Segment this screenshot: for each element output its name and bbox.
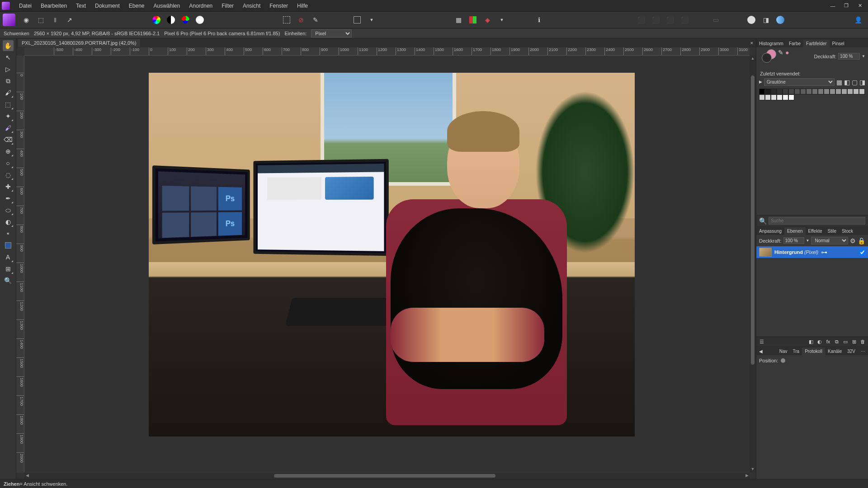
scrollbar-horizontal[interactable]: ◀ ▶ [24,473,750,479]
scroll-right-icon[interactable]: ▶ [744,473,750,479]
layer-row-background[interactable]: Hintergrund (Pixel) ⊶ [756,246,868,258]
menu-anordnen[interactable]: Anordnen [184,1,217,11]
ruler-vertical[interactable]: 0100200300400500600700800900100011001200… [16,56,24,473]
menu-bearbeiten[interactable]: Bearbeiten [36,1,71,11]
toolbar-selection-icon[interactable] [281,14,292,26]
tool-blur[interactable]: ◌ [3,169,14,180]
close-button[interactable]: ✕ [854,1,866,10]
persona-develop-icon[interactable]: ⬚ [35,14,47,26]
swatch[interactable] [853,89,859,94]
toolbar-cloud1-icon[interactable] [745,14,757,26]
scrollbar-vertical[interactable]: ▲ ▼ [750,56,756,473]
tab-farbfelder[interactable]: Farbfelder [803,40,830,47]
swatch-view-grid-icon[interactable]: ▦ [836,79,842,85]
ruler-horizontal[interactable]: ✋ -500-400-300-200-100010020030040050060… [24,47,750,56]
persona-photo-icon[interactable] [3,14,15,26]
opacity-dropdown-icon[interactable]: ▼ [862,55,865,58]
toolbar-quickmask-icon[interactable] [351,14,363,26]
persona-export-icon[interactable]: ↗ [64,14,75,26]
tool-marquee[interactable]: ⬚ [3,99,14,110]
layer-visibility-checkbox[interactable] [859,249,865,255]
delete-layer-icon[interactable]: 🗑 [859,338,866,345]
toolbar-assets-dropdown-icon[interactable]: ▼ [496,14,508,26]
swatch[interactable] [788,89,794,94]
swatch[interactable] [765,94,771,100]
tab-stock[interactable]: Stock [839,227,856,235]
minimize-button[interactable]: — [826,1,839,10]
tool-move[interactable]: ↖ [3,52,14,63]
toolbar-bw-icon[interactable] [165,14,177,26]
layer-lock-icon[interactable]: 🔒 [858,238,865,244]
swatch[interactable] [777,89,783,94]
scroll-down-icon[interactable]: ▼ [750,467,755,472]
layer-opacity-input[interactable] [783,237,804,244]
swatch[interactable] [777,94,783,100]
fx-layer-icon[interactable]: fx [825,338,832,345]
toolbar-quickmask-dropdown-icon[interactable]: ▼ [366,14,377,26]
tab-protokoll[interactable]: Protokoll [802,347,825,355]
document-tab[interactable]: PXL_20230105_140800269.PORTRAIT.jpg (42,… [18,39,140,47]
blend-mode-select[interactable]: Normal [811,237,848,244]
layers-collapse-icon[interactable]: ☰ [758,338,765,345]
tab-nav[interactable]: Nav [777,347,790,355]
layer-opacity-dropdown-icon[interactable]: ▼ [806,239,810,243]
menu-fenster[interactable]: Fenster [265,1,292,11]
tab-32v[interactable]: 32V [844,347,858,355]
toolbar-info-icon[interactable]: ℹ [533,14,545,26]
toolbar-assets-icon[interactable]: ◆ [481,14,493,26]
tool-color-picker[interactable]: ⁌ [3,228,14,239]
layer-link-icon[interactable]: ⊶ [821,249,827,255]
scroll-left-icon[interactable]: ◀ [24,473,30,479]
add-layer-icon[interactable]: ⊞ [850,338,858,345]
menu-dokument[interactable]: Dokument [90,1,124,11]
toolbar-refine-icon[interactable]: ✎ [310,14,321,26]
tool-paint[interactable]: 🖌 [3,122,14,133]
tab-stile[interactable]: Stile [825,227,839,235]
scroll-up-icon[interactable]: ▲ [750,56,755,61]
swatch[interactable] [830,89,835,94]
swatch-add2-icon[interactable]: ▢ [852,79,858,85]
tool-mesh[interactable]: ⊞ [3,263,14,274]
layer-settings-icon[interactable]: ⚙ [850,238,856,244]
tool-dodge[interactable]: ○ [3,158,14,169]
swatch[interactable] [824,89,830,94]
toolbar-cloud3-icon[interactable] [774,14,786,26]
menu-text[interactable]: Text [71,1,90,11]
toolbar-grid-icon[interactable]: ▦ [453,14,464,26]
swatch[interactable] [788,94,794,100]
menu-hilfe[interactable]: Hilfe [292,1,312,11]
tool-zoom[interactable]: 🔍 [3,275,14,286]
opacity-input[interactable] [838,53,860,60]
maximize-button[interactable]: ❐ [840,1,853,10]
tab-pinsel[interactable]: Pinsel [830,40,847,47]
tool-inpaint[interactable]: ✚ [3,181,14,192]
toolbar-swatches-icon[interactable] [467,14,479,26]
scrollbar-v-thumb[interactable] [751,75,755,365]
tab-kanaele[interactable]: Kanäle [825,347,844,355]
toolbar-deselect-icon[interactable]: ⊘ [295,14,307,26]
swatch[interactable] [771,94,777,100]
panel-more-icon[interactable]: ⋯ [858,348,868,355]
tool-crop[interactable]: ⧉ [3,75,14,86]
swatch[interactable] [841,89,847,94]
tool-select-brush[interactable]: 🖌 [3,87,14,98]
crop-layer-icon[interactable]: ⧉ [833,338,840,345]
persona-tone-icon[interactable]: ⫴ [49,14,61,26]
adjust-layer-icon[interactable]: ◐ [816,338,823,345]
history-slider[interactable] [781,358,785,363]
tab-anpassung[interactable]: Anpassung [756,227,784,235]
tab-effekte[interactable]: Effekte [806,227,825,235]
tab-ebenen[interactable]: Ebenen [784,227,805,235]
toolbar-color-wheel-icon[interactable] [151,14,162,26]
tool-node[interactable]: ▷ [3,64,14,75]
swatch[interactable] [794,89,800,94]
menu-datei[interactable]: Datei [14,1,36,11]
swatch[interactable] [783,89,788,94]
tool-erase[interactable]: ⌫ [3,134,14,145]
tool-shape[interactable]: ⬭ [3,205,14,216]
swatch[interactable] [759,94,765,100]
viewport[interactable]: PsPs [24,56,750,473]
tool-clone[interactable]: ⊕ [3,146,14,157]
search-input[interactable] [769,217,865,225]
swatch[interactable] [765,89,771,94]
